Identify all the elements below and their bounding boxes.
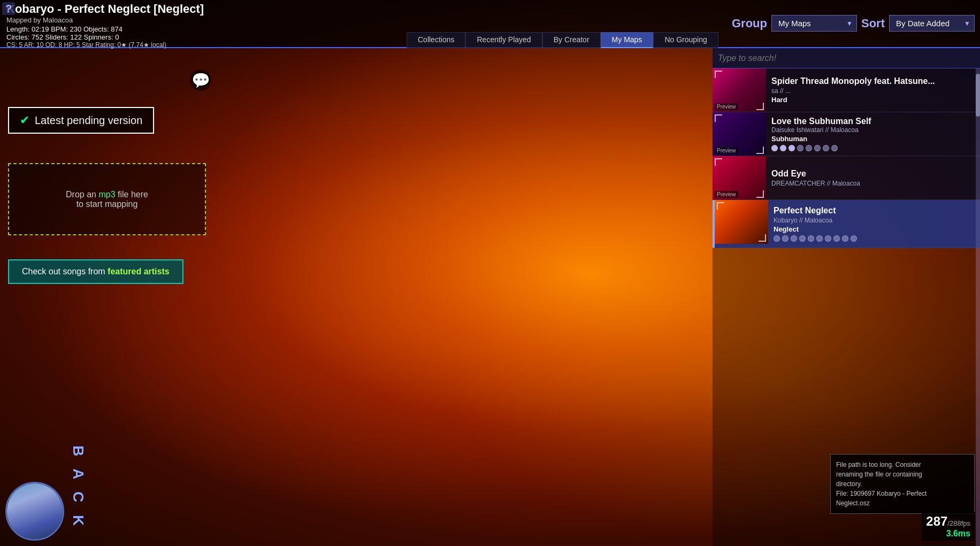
song-title: Kobaryo - Perfect Neglect [Neglect]	[6, 2, 204, 16]
star-8	[831, 145, 838, 151]
help-icon[interactable]: ?	[2, 2, 15, 15]
tab-my-maps[interactable]: My Maps	[601, 32, 654, 48]
od-value: 8	[58, 41, 62, 49]
ar-label: AR:	[24, 41, 35, 49]
pending-label: Latest pending version	[35, 114, 142, 127]
hp-value: 5	[76, 41, 80, 49]
song-length-bpm-objects: Length: 02:19 BPM: 230 Objects: 874	[6, 25, 204, 33]
song-entry-spider[interactable]: Preview Spider Thread Monopoly feat. Hat…	[713, 68, 980, 112]
circles-label: Circles:	[6, 33, 32, 41]
neglect-star-4	[799, 235, 806, 242]
entry-title-love: Love the Subhuman Self	[771, 117, 975, 125]
entry-artist-spider: sa // ...	[771, 87, 975, 95]
bracket-tl-love	[715, 114, 722, 122]
group-label: Group	[732, 17, 767, 30]
star-3	[788, 145, 795, 151]
scrollbar[interactable]	[976, 68, 980, 546]
bracket-br-love	[756, 147, 764, 154]
song-entries-container: Preview Spider Thread Monopoly feat. Hat…	[713, 68, 980, 248]
pending-version-button[interactable]: ✔ Latest pending version	[8, 107, 154, 134]
objects-label: Objects:	[83, 25, 111, 33]
entry-difficulty-neglect: Neglect	[774, 225, 975, 233]
group-select[interactable]: My Maps All Collections By Artist	[771, 15, 857, 32]
featured-artists-button[interactable]: Check out songs from featured artists	[8, 259, 183, 284]
star-2	[780, 145, 786, 151]
neglect-star-1	[774, 235, 780, 242]
fps-denom: /288fps	[947, 519, 970, 527]
song-thumb-love: Preview	[713, 112, 766, 156]
star-5	[806, 145, 812, 151]
star-4	[797, 145, 803, 151]
tab-collections[interactable]: Collections	[407, 32, 465, 48]
bracket-br-neglect	[759, 234, 766, 242]
entry-difficulty-love: Subhuman	[771, 135, 975, 143]
entry-artist-love: Daisuke Ishiwatari // Maloacoa	[771, 126, 975, 134]
bracket-tl-neglect	[717, 202, 724, 210]
preview-odd[interactable]: Preview	[715, 191, 738, 198]
scroll-thumb[interactable]	[976, 74, 980, 117]
entry-title-spider: Spider Thread Monopoly feat. Hatsune...	[771, 76, 975, 86]
bracket-tl-odd	[715, 158, 722, 166]
cs-value: 5	[19, 41, 22, 49]
spinners-label: Spinners:	[84, 33, 116, 41]
song-entry-love[interactable]: Preview Love the Subhuman Self Daisuke I…	[713, 112, 980, 156]
user-avatar[interactable]	[5, 482, 64, 541]
sliders-value: 122	[70, 33, 82, 41]
search-input[interactable]	[718, 53, 975, 63]
length-label: Length:	[6, 25, 32, 33]
checkmark-icon: ✔	[20, 113, 29, 127]
sort-select-wrapper[interactable]: By Date Added By Title By Artist By BPM	[889, 15, 975, 32]
neglect-star-9	[842, 235, 848, 242]
entry-stars-love	[771, 145, 975, 151]
tab-recently-played[interactable]: Recently Played	[465, 32, 542, 48]
preview-love[interactable]: Preview	[715, 147, 738, 154]
song-entry-neglect[interactable]: Perfect Neglect Kobaryo // Maloacoa Negl…	[713, 200, 980, 248]
song-info-odd: Odd Eye DREAMCATCHER // Maloacoa	[766, 156, 980, 199]
tab-by-creator[interactable]: By Creator	[542, 32, 601, 48]
ar-value: 10	[36, 41, 43, 49]
warning-line1: File path is too long. Consider	[836, 460, 969, 470]
group-select-wrapper[interactable]: My Maps All Collections By Artist	[771, 15, 857, 32]
neglect-star-8	[833, 235, 840, 242]
bracket-tl-spider	[715, 71, 722, 78]
drop-zone-text: Drop an mp3 file here	[66, 190, 148, 199]
song-info-neglect: Perfect Neglect Kobaryo // Maloacoa Negl…	[768, 200, 980, 248]
neglect-star-7	[825, 235, 831, 242]
preview-spider[interactable]: Preview	[715, 103, 738, 110]
chat-icon[interactable]: 💬	[190, 70, 211, 91]
drop-line2: file here	[116, 190, 148, 199]
ms-value: 3.6ms	[926, 529, 970, 539]
sort-select[interactable]: By Date Added By Title By Artist By BPM	[889, 15, 975, 32]
entry-difficulty-spider: Hard	[771, 96, 975, 104]
bracket-br-spider	[756, 103, 764, 110]
back-button[interactable]: B A C K	[70, 445, 87, 530]
song-info-love: Love the Subhuman Self Daisuke Ishiwatar…	[766, 112, 980, 156]
neglect-star-2	[782, 235, 788, 242]
sort-label: Sort	[861, 17, 885, 30]
fps-value: 287	[926, 514, 947, 528]
song-info-spider: Spider Thread Monopoly feat. Hatsune... …	[766, 68, 980, 112]
song-info: Kobaryo - Perfect Neglect [Neglect] Mapp…	[6, 2, 204, 49]
neglect-star-6	[816, 235, 823, 242]
hp-label: HP:	[64, 41, 75, 49]
circles-value: 752	[32, 33, 43, 41]
song-entry-odd[interactable]: Preview Odd Eye DREAMCATCHER // Maloacoa	[713, 156, 980, 200]
star-1	[771, 145, 778, 151]
tab-bar: Collections Recently Played By Creator M…	[407, 32, 980, 48]
search-bar	[713, 48, 980, 68]
entry-stars-neglect	[774, 235, 975, 242]
warning-file-label: File: 1909697 Kobaryo - Perfect	[836, 489, 969, 498]
warning-line3: directory.	[836, 479, 969, 489]
bpm-value: 230	[70, 25, 82, 33]
entry-title-odd: Odd Eye	[771, 169, 975, 179]
mp3-drop-zone[interactable]: Drop an mp3 file here to start mapping	[8, 163, 206, 235]
top-bar: Kobaryo - Perfect Neglect [Neglect] Mapp…	[0, 0, 980, 48]
cs-label: CS:	[6, 41, 17, 49]
warning-line2: renaming the file or containing	[836, 470, 969, 479]
star-value: 0★ (7.74★ local)	[118, 41, 166, 49]
neglect-star-10	[851, 235, 857, 242]
tab-no-grouping[interactable]: No Grouping	[653, 32, 718, 48]
spinners-value: 0	[115, 33, 119, 41]
group-sort-controls: Group My Maps All Collections By Artist …	[732, 15, 980, 32]
sliders-label: Sliders:	[45, 33, 70, 41]
